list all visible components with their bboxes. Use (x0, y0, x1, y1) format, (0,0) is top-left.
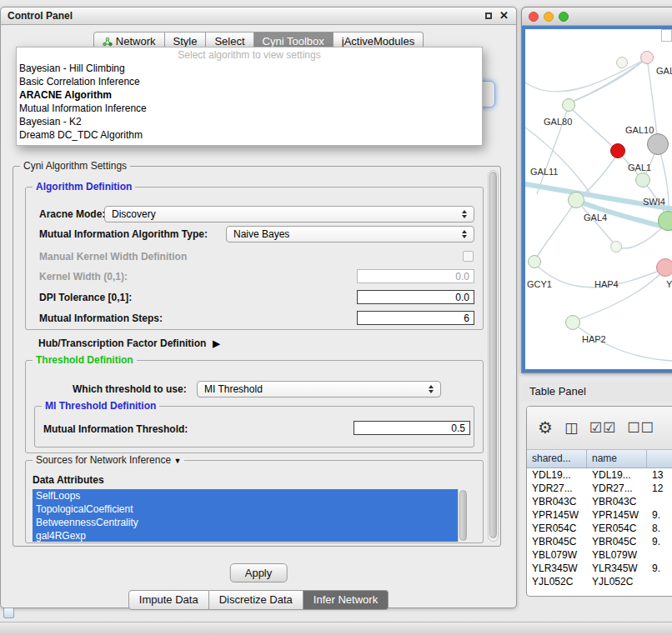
algorithm-option[interactable]: Mutual Information Inference (17, 102, 482, 115)
node-label: GAL80 (544, 117, 572, 127)
mi-threshold-field[interactable]: 0.5 (354, 421, 470, 435)
table-cell: 12 (647, 482, 672, 495)
algorithm-option[interactable]: ARACNE Algorithm (17, 88, 482, 102)
algorithm-option[interactable]: Basic Correlation Inference (17, 75, 482, 88)
network-node[interactable] (610, 241, 622, 252)
table-panel-title: Table Panel (521, 382, 672, 398)
float-window-icon[interactable] (485, 12, 492, 19)
table-cell: YJL052C (587, 575, 647, 588)
combo-arrows-icon (459, 210, 469, 218)
columns-icon[interactable]: ◫ (564, 421, 579, 435)
tab-label: Network (116, 35, 156, 48)
table-cell: YDR27... (527, 482, 587, 495)
checked-boxes-icon[interactable]: ☑☑ (589, 421, 616, 435)
column-header[interactable]: shared... (527, 450, 587, 468)
table-row[interactable]: YBL079WYBL079W (527, 548, 672, 562)
scrollbar-thumb[interactable] (459, 490, 467, 541)
column-header[interactable] (647, 450, 672, 468)
table-row[interactable]: YBR045CYBR045C9. (527, 535, 672, 548)
node-label: GCY1 (527, 279, 552, 289)
node-label: Y (666, 279, 672, 289)
mi-steps-field[interactable]: 6 (357, 311, 474, 325)
network-view-window: GAL80GAL80GAL10GAL11GAL1SWI4GAL4GCY1HAP4… (521, 7, 672, 373)
close-traffic-light-icon[interactable] (529, 12, 539, 22)
table-row[interactable]: YBR043CYBR043C (527, 495, 672, 508)
network-canvas[interactable]: GAL80GAL80GAL10GAL11GAL1SWI4GAL4GCY1HAP4… (525, 29, 672, 371)
network-node[interactable] (528, 255, 541, 268)
mi-threshold-label: Mutual Information Threshold: (43, 423, 188, 435)
table-cell: YER054C (527, 522, 587, 535)
collapse-down-icon: ▼ (173, 457, 181, 465)
threshold-definition-title: Threshold Definition (33, 354, 137, 366)
algorithm-option[interactable]: Bayesian - K2 (17, 115, 482, 128)
network-node[interactable] (616, 57, 628, 68)
tab-infer-network[interactable]: Infer Network (303, 590, 389, 610)
mi-steps-label: Mutual Information Steps: (39, 312, 163, 324)
aracne-mode-select[interactable]: Discovery (104, 206, 474, 222)
network-node[interactable] (568, 192, 584, 208)
table-row[interactable]: YER054CYER054C8. (527, 522, 672, 535)
tab-impute-data[interactable]: Impute Data (128, 590, 209, 610)
table-cell: YDL19... (527, 468, 587, 482)
control-panel-titlebar[interactable]: Control Panel ✕ (1, 8, 516, 25)
table-cell (647, 575, 672, 588)
tab-discretize-data[interactable]: Discretize Data (209, 590, 303, 610)
scrollbar-thumb[interactable] (489, 172, 497, 538)
table-row[interactable]: YJL052CYJL052C (527, 575, 672, 588)
dpi-tolerance-field[interactable]: 0.0 (357, 290, 474, 304)
table-cell: YBR043C (527, 495, 587, 508)
table-cell (647, 548, 672, 562)
table-row[interactable]: YPR145WYPR145W9. (527, 508, 672, 522)
mi-threshold-definition-group: MI Threshold Definition Mutual Informati… (34, 406, 474, 448)
gear-icon[interactable]: ⚙ (538, 421, 554, 435)
network-node[interactable] (635, 172, 650, 188)
network-node[interactable] (640, 51, 654, 64)
window-title: Control Panel (1, 10, 485, 22)
combo-value: MI Threshold (198, 383, 425, 395)
mi-type-select[interactable]: Naive Bayes (226, 226, 474, 242)
restore-panel-icon[interactable] (3, 608, 14, 618)
network-node[interactable] (658, 211, 672, 231)
network-node[interactable] (647, 133, 669, 155)
minimize-traffic-light-icon[interactable] (544, 12, 554, 22)
kernel-width-field[interactable]: 0.0 (357, 269, 474, 283)
settings-scrollbar[interactable] (488, 170, 499, 542)
data-attributes-label: Data Attributes (33, 474, 104, 486)
column-header[interactable]: name (587, 450, 647, 468)
attribute-item[interactable]: BetweennessCentrality (33, 516, 458, 529)
network-window-titlebar[interactable] (522, 8, 672, 26)
attribute-item[interactable]: SelfLoops (33, 489, 458, 502)
table-panel-header: Table Panel (521, 382, 672, 402)
which-threshold-select[interactable]: MI Threshold (197, 381, 441, 398)
network-node[interactable] (656, 258, 672, 277)
table-toolbar: ⚙◫☑☑☐☐ (527, 407, 672, 450)
network-node[interactable] (565, 315, 580, 330)
unchecked-boxes-icon[interactable]: ☐☐ (627, 421, 654, 435)
dropdown-placeholder: Select algorithm to view settings (17, 49, 482, 62)
network-node[interactable] (610, 143, 625, 158)
control-panel-window: Control Panel ✕ Network Style Select (0, 7, 517, 608)
close-icon[interactable]: ✕ (499, 12, 509, 20)
algorithm-option[interactable]: Dream8 DC_TDC Algorithm (17, 128, 482, 142)
attribute-item[interactable]: TopologicalCoefficient (33, 502, 458, 516)
data-attributes-list[interactable]: SelfLoopsTopologicalCoefficientBetweenne… (33, 489, 468, 542)
table-row[interactable]: YDL19...YDL19...13 (527, 468, 672, 482)
node-label: HAP4 (594, 279, 619, 289)
node-label: GAL4 (584, 212, 607, 222)
sources-group-title[interactable]: Sources for Network Inference ▼ (33, 454, 184, 466)
attributes-scrollbar[interactable] (458, 489, 468, 542)
table-row[interactable]: YLR345WYLR345W9. (527, 562, 672, 575)
network-node[interactable] (562, 98, 575, 112)
manual-kernel-checkbox[interactable] (463, 251, 474, 262)
table-cell: YBR045C (527, 535, 587, 548)
zoom-traffic-light-icon[interactable] (559, 12, 569, 22)
apply-button[interactable]: Apply (230, 563, 288, 582)
table-row[interactable]: YDR27...YDR27...12 (527, 482, 672, 495)
tab-label: Cyni Toolbox (263, 35, 324, 48)
attribute-item[interactable]: gal4RGexp (33, 529, 458, 542)
tab-label: jActiveModules (342, 35, 414, 48)
algorithm-option[interactable]: Bayesian - Hill Climbing (17, 62, 482, 75)
table-cell: YLR345W (587, 562, 647, 575)
hub-section-toggle[interactable]: Hub/Transcription Factor Definition ▶ (38, 338, 220, 349)
expand-right-icon: ▶ (213, 338, 219, 349)
